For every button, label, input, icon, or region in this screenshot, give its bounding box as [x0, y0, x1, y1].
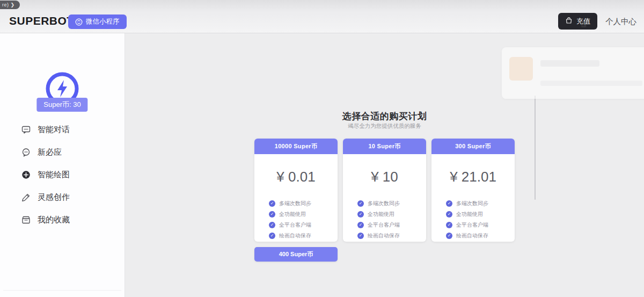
feature-label: 绘画自动保存: [368, 232, 400, 240]
plan-feature: ✓多端次数同步: [357, 200, 426, 207]
plan-feature: ✓多端次数同步: [269, 200, 338, 207]
check-icon: ✓: [446, 200, 452, 207]
archive-icon: [21, 215, 31, 224]
check-icon: ✓: [446, 233, 452, 239]
balance-badge: Super币: 30: [36, 98, 87, 112]
plan-feature: ✓全功能使用: [269, 211, 338, 218]
brand-logo: SUPERBOT: [9, 15, 74, 27]
sidebar-item-new-bing[interactable]: 新必应: [0, 141, 125, 163]
feature-label: 绘画自动保存: [456, 232, 488, 240]
plan-card[interactable]: 300 Super币 ¥ 21.01 ✓多端次数同步 ✓全功能使用 ✓全平台客户…: [431, 139, 515, 242]
app: re) ❯ SUPERBOT 微信小程序 充值 个人中心 ☝ Super币: 3…: [0, 0, 644, 297]
check-icon: ✓: [269, 211, 275, 218]
chat-round-icon: [21, 148, 31, 157]
plan-feature: ✓多端次数同步: [446, 200, 515, 207]
top-header: SUPERBOT 微信小程序 充值 个人中心: [0, 0, 644, 33]
sidebar: Super币: 30 智能对话 新必应 智能绘图: [0, 33, 125, 297]
plan-card[interactable]: 10000 Super币 ¥ 0.01 ✓多端次数同步 ✓全功能使用 ✓全平台客…: [254, 139, 338, 242]
recharge-button[interactable]: 充值: [558, 13, 597, 30]
sidebar-item-label: 智能对话: [38, 125, 70, 135]
check-icon: ✓: [357, 222, 364, 228]
plan-features: ✓多端次数同步 ✓全功能使用 ✓全平台客户端 ✓绘画自动保存: [254, 200, 338, 240]
sidebar-item-smart-chat[interactable]: 智能对话: [0, 118, 125, 141]
check-icon: ✓: [269, 200, 275, 207]
plan-feature: ✓全平台客户端: [446, 221, 515, 229]
feature-label: 全平台客户端: [456, 221, 488, 229]
sidebar-menu: 智能对话 新必应 智能绘图 灵感创作: [0, 118, 125, 231]
feature-label: 全功能使用: [456, 211, 483, 218]
check-icon: ✓: [269, 222, 275, 228]
plan-feature: ✓全平台客户端: [357, 221, 426, 229]
feature-label: 全功能使用: [368, 211, 394, 218]
check-icon: ✓: [357, 233, 364, 239]
check-icon: ✓: [357, 200, 364, 207]
check-icon: ✓: [446, 222, 452, 228]
profile-link[interactable]: 个人中心: [605, 17, 636, 27]
plan-card[interactable]: 10 Super币 ¥ 10 ✓多端次数同步 ✓全功能使用 ✓全平台客户端 ✓绘…: [343, 139, 426, 242]
feature-label: 多端次数同步: [456, 200, 488, 207]
plan-features: ✓多端次数同步 ✓全功能使用 ✓全平台客户端 ✓绘画自动保存: [343, 200, 426, 240]
feature-label: 绘画自动保存: [279, 232, 311, 240]
feature-label: 全平台客户端: [368, 221, 400, 229]
sidebar-divider: [3, 290, 121, 291]
feature-label: 多端次数同步: [368, 200, 400, 207]
plan-feature: ✓绘画自动保存: [446, 232, 515, 240]
browser-overlay-badge[interactable]: re) ❯: [0, 1, 20, 9]
bag-icon: [565, 17, 573, 26]
plan-header: 300 Super币: [431, 139, 515, 154]
sidebar-item-label: 新必应: [38, 147, 62, 157]
plan-price: ¥ 0.01: [254, 169, 338, 185]
sidebar-item-favorites[interactable]: 我的收藏: [0, 208, 125, 231]
sidebar-item-label: 我的收藏: [38, 215, 70, 225]
plan-feature: ✓全功能使用: [357, 211, 426, 218]
plan-feature: ✓绘画自动保存: [269, 232, 338, 240]
plans-title: 选择合适的购买计划: [125, 110, 644, 122]
cursor-pointer: ☝: [581, 19, 586, 29]
sidebar-item-smart-draw[interactable]: 智能绘图: [0, 163, 125, 186]
notification-ghost: [502, 47, 644, 99]
wechat-button-label: 微信小程序: [86, 17, 120, 26]
sidebar-item-label: 灵感创作: [38, 192, 70, 202]
scrollbar-thumb[interactable]: [535, 96, 536, 200]
plan-features: ✓多端次数同步 ✓全功能使用 ✓全平台客户端 ✓绘画自动保存: [431, 200, 515, 240]
feature-label: 全平台客户端: [279, 221, 311, 229]
plan-feature: ✓全功能使用: [446, 211, 515, 218]
feature-label: 多端次数同步: [279, 200, 311, 207]
wechat-miniprogram-button[interactable]: 微信小程序: [68, 15, 127, 29]
notification-ghost-line: [540, 60, 599, 67]
check-icon: ✓: [269, 233, 275, 239]
plan-header: 10000 Super币: [254, 139, 338, 154]
miniprogram-icon: [75, 18, 83, 26]
plan-price: ¥ 10: [343, 169, 426, 185]
check-icon: ✓: [446, 211, 452, 218]
plan-card-partial[interactable]: 400 Super币: [254, 247, 338, 262]
plans-row: 10000 Super币 ¥ 0.01 ✓多端次数同步 ✓全功能使用 ✓全平台客…: [254, 139, 515, 242]
plan-header: 10 Super币: [343, 139, 426, 154]
feature-label: 全功能使用: [279, 211, 306, 218]
plan-feature: ✓全平台客户端: [269, 221, 338, 229]
check-icon: ✓: [357, 211, 364, 218]
pen-icon: [21, 193, 31, 202]
plan-feature: ✓绘画自动保存: [357, 232, 426, 240]
sidebar-item-inspiration[interactable]: 灵感创作: [0, 186, 125, 208]
notification-ghost-icon: [509, 57, 533, 81]
plus-circle-icon: [21, 170, 31, 179]
plan-price: ¥ 21.01: [431, 169, 515, 185]
sidebar-item-label: 智能绘图: [38, 170, 70, 180]
plans-subtitle: 竭尽全力为您提供优质的服务: [125, 122, 644, 130]
chat-square-icon: [21, 125, 31, 134]
notification-ghost-line: [540, 81, 642, 86]
